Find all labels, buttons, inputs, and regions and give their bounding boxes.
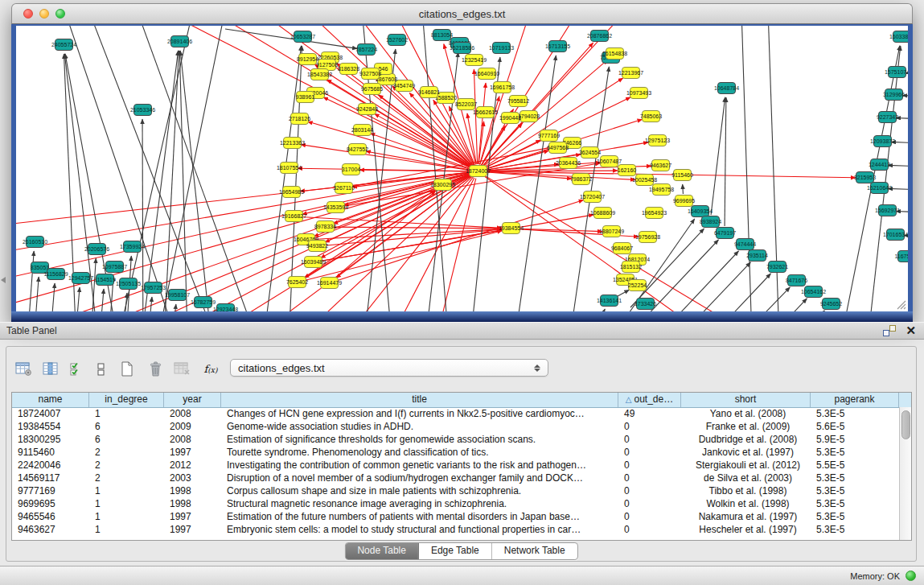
network-node[interactable]: 15751074 xyxy=(888,66,906,78)
column-header-year[interactable]: year xyxy=(164,393,221,407)
network-edge[interactable] xyxy=(162,51,179,311)
table-cell[interactable]: Nakamura et al. (1997) xyxy=(681,510,811,523)
network-node[interactable]: 8454749 xyxy=(395,80,413,92)
table-cell[interactable]: 0 xyxy=(618,433,681,446)
column-header-name[interactable]: name xyxy=(12,393,89,407)
table-cell[interactable]: 1998 xyxy=(164,484,221,497)
table-cell[interactable]: 9777169 xyxy=(12,484,89,497)
table-cell[interactable]: Estimation of significance thresholds fo… xyxy=(221,433,618,446)
table-cell[interactable]: 6 xyxy=(89,420,164,433)
network-edge[interactable] xyxy=(888,165,908,167)
network-node[interactable]: 7932621 xyxy=(768,261,786,273)
network-node[interactable]: 16961758 xyxy=(493,81,511,93)
table-settings-button[interactable] xyxy=(13,358,34,380)
table-cell[interactable]: 9699695 xyxy=(12,497,89,510)
network-node[interactable]: 14136141 xyxy=(600,295,618,307)
window-titlebar[interactable]: citations_edges.txt xyxy=(11,3,913,24)
table-cell[interactable]: 1 xyxy=(89,510,164,523)
network-node[interactable]: 9684067 xyxy=(613,242,631,254)
network-node[interactable]: 9115460 xyxy=(673,169,692,181)
table-cell[interactable]: 5.6E-5 xyxy=(811,420,899,433)
network-node[interactable]: 10607487 xyxy=(600,155,618,167)
network-node[interactable]: 252254 xyxy=(628,279,647,291)
network-node[interactable]: 8471676 xyxy=(787,274,806,286)
table-cell[interactable]: 2 xyxy=(89,446,164,459)
network-edge[interactable] xyxy=(179,51,188,311)
network-edge[interactable] xyxy=(664,251,738,311)
network-edge[interactable] xyxy=(16,173,470,311)
network-node[interactable]: 1527602 xyxy=(388,34,406,46)
panel-collapse-arrow-icon[interactable] xyxy=(1,277,6,283)
table-cell[interactable]: 0 xyxy=(618,484,681,497)
table-cell[interactable]: 5.3E-5 xyxy=(811,484,899,497)
table-row[interactable]: 1456911722003Disruption of a novel membe… xyxy=(12,472,899,484)
network-node[interactable]: 18807249 xyxy=(602,225,621,237)
network-node[interactable]: 9327508 xyxy=(361,68,380,80)
table-cell[interactable]: Hescheler et al. (1997) xyxy=(681,523,811,536)
network-edge[interactable] xyxy=(725,97,726,226)
network-node[interactable]: 16033803 xyxy=(893,31,908,43)
table-cell[interactable]: 0 xyxy=(618,420,681,433)
close-window-button[interactable] xyxy=(23,9,33,19)
table-cell[interactable]: Yano et al. (2008) xyxy=(681,407,811,420)
table-cell[interactable]: 22420046 xyxy=(12,459,89,472)
network-node[interactable]: 16713155 xyxy=(548,40,567,52)
network-node[interactable]: 19654923 xyxy=(645,207,663,219)
network-node[interactable]: 1990448 xyxy=(501,112,519,124)
network-edge[interactable] xyxy=(137,26,265,311)
network-canvas[interactable]: 2405572420891406106532871527602846616010… xyxy=(16,26,908,311)
network-node[interactable]: 2803144 xyxy=(353,124,372,136)
table-cell[interactable]: 1 xyxy=(89,523,164,536)
table-cell[interactable]: 5.3E-5 xyxy=(811,407,899,420)
network-node[interactable]: 162160 xyxy=(618,164,636,176)
table-cell[interactable]: 2008 xyxy=(164,433,221,446)
table-cell[interactable]: 5.9E-5 xyxy=(811,433,899,446)
network-node[interactable]: 15662615 xyxy=(476,106,495,118)
network-node[interactable]: 24055724 xyxy=(55,39,73,51)
network-edge[interactable] xyxy=(142,119,143,311)
network-node[interactable]: 3267110 xyxy=(335,182,353,194)
network-node[interactable]: 938961 xyxy=(296,91,314,103)
table-cell[interactable]: 0 xyxy=(618,510,681,523)
network-node[interactable]: 21053346 xyxy=(133,104,152,116)
network-edge[interactable] xyxy=(676,262,750,311)
network-node[interactable]: 3129966 xyxy=(885,89,903,101)
network-node[interactable]: 17359924 xyxy=(123,241,142,253)
table-cell[interactable]: Dudbridge et al. (2008) xyxy=(681,433,811,446)
table-cell[interactable]: 0 xyxy=(618,459,681,472)
network-edge[interactable] xyxy=(48,174,471,311)
table-cell[interactable]: 1998 xyxy=(164,497,221,510)
table-cell[interactable]: 2009 xyxy=(164,420,221,433)
table-cell[interactable]: Estimation of the future numbers of pati… xyxy=(221,510,618,523)
table-cell[interactable]: 1997 xyxy=(164,446,221,459)
show-columns-button[interactable] xyxy=(40,358,61,380)
network-edge[interactable] xyxy=(683,184,684,194)
column-header-in_degree[interactable]: in_degree xyxy=(89,393,164,407)
network-node[interactable]: 16039489 xyxy=(304,256,322,268)
network-node[interactable]: 19384554 xyxy=(502,222,520,234)
network-edge[interactable] xyxy=(48,283,55,311)
table-cell[interactable]: Investigating the contribution of common… xyxy=(221,459,618,472)
network-node[interactable]: 9675685 xyxy=(363,83,381,95)
network-node[interactable]: 7485063 xyxy=(642,110,660,122)
network-node[interactable]: 9493822 xyxy=(308,240,326,252)
network-edge[interactable] xyxy=(26,251,34,311)
network-node[interactable]: 9245652 xyxy=(822,298,840,310)
table-cell[interactable]: Genome-wide association studies in ADHD. xyxy=(221,420,618,433)
network-node[interactable]: 1815132 xyxy=(622,261,640,273)
network-edge[interactable] xyxy=(711,97,725,215)
table-cell[interactable]: 0 xyxy=(618,472,681,484)
table-row[interactable]: 2242004622012Investigating the contribut… xyxy=(12,459,899,472)
network-node[interactable]: 6479197 xyxy=(716,227,734,239)
table-row[interactable]: 946362711997Embryonic stem cells: a mode… xyxy=(12,523,899,536)
tab-network-table[interactable]: Network Table xyxy=(492,543,577,559)
network-node[interactable]: 10973493 xyxy=(630,87,648,99)
network-node[interactable]: 1733426 xyxy=(636,298,655,310)
table-row[interactable]: 977716911998Corpus callosum shape and si… xyxy=(12,484,899,497)
close-panel-icon[interactable]: ✕ xyxy=(906,325,916,336)
network-edge[interactable] xyxy=(121,293,127,311)
float-panel-icon[interactable] xyxy=(883,325,896,336)
table-cell[interactable]: 9465546 xyxy=(12,510,89,523)
resize-grip-icon[interactable] xyxy=(895,299,906,310)
network-node[interactable]: 8186328 xyxy=(339,63,358,75)
